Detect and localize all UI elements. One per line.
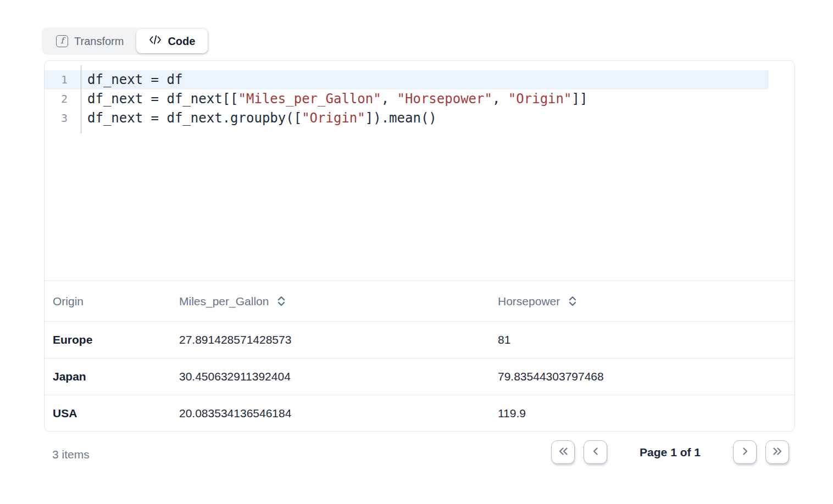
cell-miles-per-gallon: 27.891428571428573: [179, 333, 498, 346]
function-icon: f: [56, 35, 68, 47]
code-token: ]).mean(): [365, 110, 437, 126]
code-line-text[interactable]: df_next = df_next[["Miles_per_Gallon", "…: [81, 89, 587, 109]
cell-horsepower: 81: [498, 333, 786, 346]
code-token: df_next = df_next[[: [87, 91, 238, 107]
chevrons-left-icon: [557, 446, 569, 458]
column-header-miles-per-gallon[interactable]: Miles_per_Gallon: [179, 295, 498, 308]
cell-miles-per-gallon: 20.083534136546184: [179, 407, 498, 420]
first-page-button[interactable]: [551, 440, 575, 464]
tab-code-label: Code: [168, 35, 195, 48]
table-row: Europe 27.891428571428573 81: [45, 321, 795, 358]
line-number: 1: [45, 70, 81, 89]
cell-origin: Japan: [53, 370, 179, 383]
code-token: ]]: [571, 91, 587, 107]
table-footer: 3 items Page 1 of 1: [44, 432, 795, 481]
pagination-controls: Page 1 of 1: [551, 440, 789, 464]
chevrons-right-icon: [771, 446, 784, 458]
code-line[interactable]: 3 df_next = df_next.groupby(["Origin"]).…: [45, 109, 795, 128]
code-token: df_next = df_next.groupby([: [87, 110, 302, 126]
cell-horsepower: 119.9: [498, 407, 786, 420]
table-row: Japan 30.450632911392404 79.835443037974…: [45, 358, 795, 395]
next-page-button[interactable]: [733, 440, 757, 464]
chevron-right-icon: [740, 446, 750, 458]
sort-updown-icon[interactable]: [277, 295, 286, 307]
sort-updown-icon[interactable]: [568, 295, 577, 307]
table-header-row: Origin Miles_per_Gallon Horsepower: [45, 281, 795, 321]
code-icon: [149, 35, 162, 48]
tab-transform-label: Transform: [74, 35, 124, 48]
cell-horsepower: 79.83544303797468: [498, 370, 786, 383]
string-token: "Origin": [508, 91, 572, 107]
code-line-text[interactable]: df_next = df_next.groupby(["Origin"]).me…: [81, 109, 437, 128]
string-token: "Horsepower": [397, 91, 492, 107]
code-and-preview-panel: 1 df_next = df 2 df_next = df_next[["Mil…: [44, 60, 795, 432]
line-number: 2: [45, 89, 81, 109]
code-editor[interactable]: 1 df_next = df 2 df_next = df_next[["Mil…: [45, 61, 795, 281]
view-mode-segmented-control: f Transform Code: [42, 27, 209, 55]
items-count: 3 items: [52, 448, 90, 461]
code-token: df_next = df: [87, 72, 182, 87]
tab-transform[interactable]: f Transform: [43, 29, 136, 53]
code-token: ,: [381, 91, 397, 107]
code-line-text[interactable]: df_next = df: [81, 70, 182, 89]
chevron-left-icon: [591, 446, 601, 458]
column-header-label: Origin: [53, 295, 84, 308]
tab-code[interactable]: Code: [136, 29, 208, 53]
column-header-horsepower[interactable]: Horsepower: [498, 295, 786, 308]
code-token: ,: [492, 91, 508, 107]
code-line[interactable]: 1 df_next = df: [45, 70, 769, 89]
gutter-divider: [81, 65, 81, 133]
result-table: Origin Miles_per_Gallon Horsepower: [45, 281, 795, 432]
cell-origin: Europe: [53, 333, 179, 346]
column-header-label: Horsepower: [498, 295, 560, 308]
table-row: USA 20.083534136546184 119.9: [45, 395, 795, 432]
string-token: "Miles_per_Gallon": [238, 91, 381, 107]
cell-origin: USA: [53, 407, 179, 420]
page-indicator: Page 1 of 1: [640, 446, 701, 459]
string-token: "Origin": [302, 110, 365, 126]
column-header-origin: Origin: [53, 295, 179, 308]
cell-miles-per-gallon: 30.450632911392404: [179, 370, 498, 383]
column-header-label: Miles_per_Gallon: [179, 295, 269, 308]
previous-page-button[interactable]: [584, 440, 607, 464]
line-number: 3: [45, 109, 81, 128]
last-page-button[interactable]: [765, 440, 789, 464]
code-line[interactable]: 2 df_next = df_next[["Miles_per_Gallon",…: [45, 89, 795, 109]
